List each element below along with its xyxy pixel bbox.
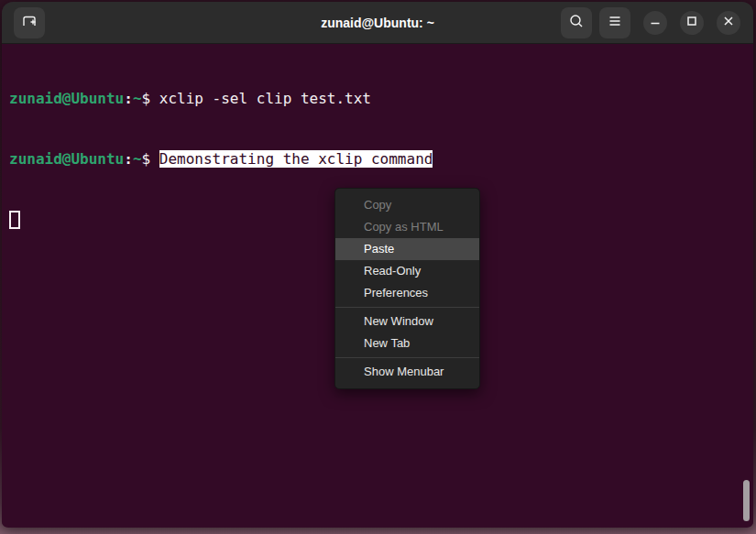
- menu-item-new-window[interactable]: New Window: [335, 311, 479, 332]
- terminal-cursor: [9, 211, 20, 229]
- menu-item-copy: Copy: [335, 194, 479, 216]
- menu-button[interactable]: [599, 7, 630, 38]
- maximize-icon: [685, 15, 698, 30]
- menu-item-show-menubar[interactable]: Show Menubar: [335, 361, 479, 383]
- search-button[interactable]: [561, 7, 592, 38]
- new-tab-button[interactable]: [14, 7, 45, 38]
- prompt-directory: ~: [133, 150, 142, 168]
- command-text: xclip -sel clip test.txt: [159, 90, 371, 107]
- terminal-line-2: zunaid@Ubuntu:~$ Demonstrating the xclip…: [9, 149, 746, 169]
- terminal-line-1: zunaid@Ubuntu:~$ xclip -sel clip test.tx…: [9, 89, 746, 109]
- desktop-background: zunaid@Ubuntu: ~: [0, 0, 756, 534]
- hamburger-menu-icon: [607, 13, 623, 32]
- menu-item-new-tab[interactable]: New Tab: [335, 332, 479, 354]
- prompt-user-host: zunaid@Ubuntu: [9, 90, 124, 107]
- menu-item-preferences[interactable]: Preferences: [335, 282, 479, 304]
- prompt-user-host: zunaid@Ubuntu: [9, 150, 124, 168]
- menu-item-copy-as-html: Copy as HTML: [335, 216, 479, 238]
- context-menu: Copy Copy as HTML Paste Read-Only Prefer…: [334, 188, 480, 389]
- search-icon: [568, 13, 585, 32]
- scrollbar-thumb[interactable]: [743, 480, 750, 521]
- prompt-directory: ~: [133, 90, 142, 107]
- new-tab-icon: [20, 12, 38, 33]
- menu-item-paste[interactable]: Paste: [335, 238, 479, 260]
- prompt-symbol: $: [142, 150, 159, 168]
- minimize-button[interactable]: [643, 11, 667, 35]
- selected-command-text: Demonstrating the xclip command: [159, 150, 433, 168]
- menu-separator: [335, 357, 479, 358]
- titlebar-controls: [553, 7, 740, 38]
- menu-separator: [335, 307, 479, 308]
- minimize-icon: [649, 15, 662, 30]
- menu-item-read-only[interactable]: Read-Only: [335, 260, 479, 282]
- prompt-colon: :: [124, 90, 133, 107]
- prompt-colon: :: [124, 150, 133, 168]
- titlebar: zunaid@Ubuntu: ~: [2, 2, 753, 44]
- terminal-window: zunaid@Ubuntu: ~: [2, 2, 753, 528]
- maximize-button[interactable]: [680, 11, 704, 35]
- prompt-symbol: $: [142, 90, 159, 107]
- close-icon: [722, 15, 735, 30]
- close-button[interactable]: [717, 11, 740, 35]
